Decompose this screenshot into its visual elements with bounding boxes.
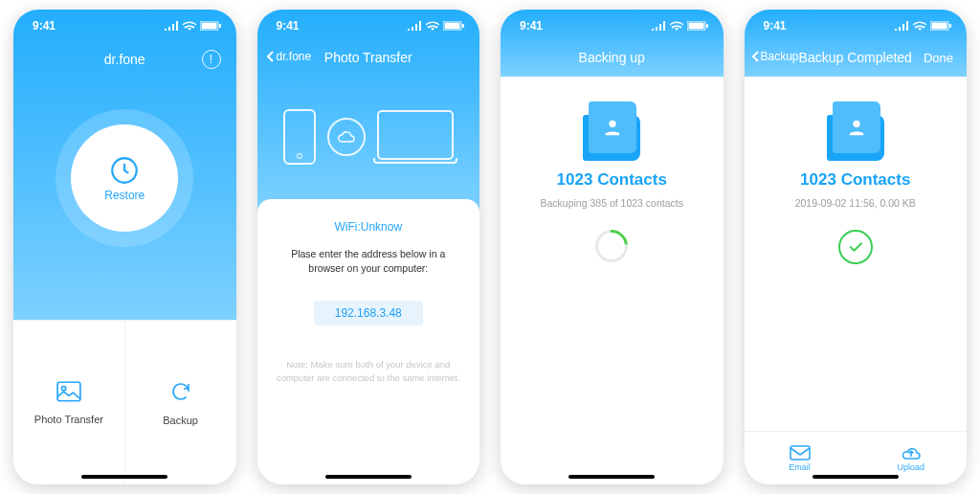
- svg-rect-1: [201, 23, 216, 30]
- contacts-count: 1023 Contacts: [557, 170, 667, 190]
- backup-meta: 2019-09-02 11:56, 0.00 KB: [795, 197, 916, 209]
- status-time: 9:41: [520, 19, 543, 33]
- svg-rect-2: [219, 24, 221, 28]
- screen-title: Backing up: [501, 50, 724, 65]
- battery-icon: [687, 21, 708, 31]
- cloud-upload-icon: [900, 445, 923, 460]
- restore-button[interactable]: Restore: [71, 124, 178, 232]
- footnote: Note: Make sure both of your device and …: [275, 358, 463, 384]
- status-time: 9:41: [33, 19, 56, 33]
- transfer-card: WiFi:Unknow Plase enter the address belo…: [257, 199, 480, 484]
- status-icons: [895, 21, 951, 31]
- svg-point-5: [61, 386, 65, 390]
- contacts-icon: [827, 101, 884, 161]
- screen-photo-transfer: 9:41 dr.fone Photo Transfer WiFi:Unknow …: [257, 10, 480, 484]
- signal-icon: [895, 21, 909, 31]
- status-icons: [408, 21, 464, 31]
- wifi-icon: [913, 21, 926, 31]
- status-icons: [652, 21, 708, 31]
- restore-icon: [108, 154, 141, 187]
- wifi-status: WiFi:Unknow: [275, 220, 463, 234]
- screen-backing-up: 9:41 Backing up 1023 Contacts Backuping …: [501, 10, 724, 484]
- status-bar: 9:41: [257, 10, 480, 42]
- transfer-illustration: [257, 84, 480, 190]
- backup-progress-body: 1023 Contacts Backuping 385 of 1023 cont…: [501, 77, 724, 484]
- status-time: 9:41: [277, 19, 300, 33]
- svg-rect-10: [688, 23, 703, 30]
- home-indicator: [325, 475, 412, 479]
- backup-result-body: 1023 Contacts 2019-09-02 11:56, 0.00 KB …: [745, 77, 968, 484]
- signal-icon: [408, 21, 422, 31]
- progress-text: Backuping 385 of 1023 contacts: [541, 197, 683, 209]
- status-bar: 9:41: [13, 10, 236, 42]
- svg-rect-14: [932, 23, 947, 30]
- back-label: dr.fone: [277, 50, 312, 63]
- wifi-icon: [670, 21, 683, 31]
- wifi-icon: [426, 21, 439, 31]
- contacts-count: 1023 Contacts: [800, 170, 910, 190]
- wifi-icon: [183, 21, 196, 31]
- progress-spinner: [589, 223, 635, 269]
- svg-rect-4: [57, 382, 80, 401]
- signal-icon: [652, 21, 666, 31]
- status-icons: [165, 21, 221, 31]
- phone-icon: [283, 109, 316, 165]
- home-indicator: [81, 475, 167, 479]
- signal-icon: [165, 21, 179, 31]
- svg-rect-17: [791, 446, 810, 460]
- back-button[interactable]: dr.fone: [267, 50, 312, 63]
- home-hero: dr.fone ! Restore: [13, 10, 236, 320]
- done-button[interactable]: Done: [924, 51, 953, 65]
- screen-home: 9:41 dr.fone ! Restore Photo Transfer Ba…: [13, 10, 236, 484]
- instruction-text: Plase enter the address below in a brows…: [275, 247, 463, 276]
- svg-point-12: [610, 121, 616, 127]
- svg-rect-7: [445, 23, 460, 30]
- svg-point-16: [853, 121, 859, 127]
- svg-rect-15: [949, 24, 951, 28]
- email-label: Email: [789, 462, 811, 472]
- screen-backup-completed: 9:41 Backup Backup Completed Done 1023 C…: [745, 10, 968, 484]
- cloud-icon: [327, 118, 366, 156]
- upload-label: Upload: [898, 462, 925, 472]
- battery-icon: [930, 21, 951, 31]
- photo-transfer-tile[interactable]: Photo Transfer: [13, 321, 125, 484]
- chevron-left-icon: [267, 51, 275, 62]
- success-check-icon: [838, 230, 873, 264]
- laptop-icon: [377, 110, 454, 160]
- battery-icon: [200, 21, 221, 31]
- battery-icon: [443, 21, 464, 31]
- contacts-icon: [583, 101, 640, 161]
- home-actions: Photo Transfer Backup: [13, 320, 236, 484]
- mail-icon: [790, 445, 811, 460]
- ip-address[interactable]: 192.168.3.48: [314, 301, 423, 326]
- status-bar: 9:41: [501, 10, 724, 42]
- restore-label: Restore: [104, 189, 145, 202]
- image-icon: [56, 381, 81, 402]
- svg-rect-8: [462, 24, 464, 28]
- photo-transfer-label: Photo Transfer: [34, 414, 103, 425]
- status-time: 9:41: [764, 19, 787, 33]
- help-icon[interactable]: !: [202, 50, 221, 69]
- sync-icon: [169, 380, 192, 403]
- home-indicator: [813, 475, 899, 479]
- status-bar: 9:41: [745, 10, 968, 42]
- backup-tile[interactable]: Backup: [125, 321, 236, 484]
- svg-rect-11: [706, 24, 708, 28]
- home-indicator: [568, 475, 655, 479]
- backup-label: Backup: [163, 415, 198, 426]
